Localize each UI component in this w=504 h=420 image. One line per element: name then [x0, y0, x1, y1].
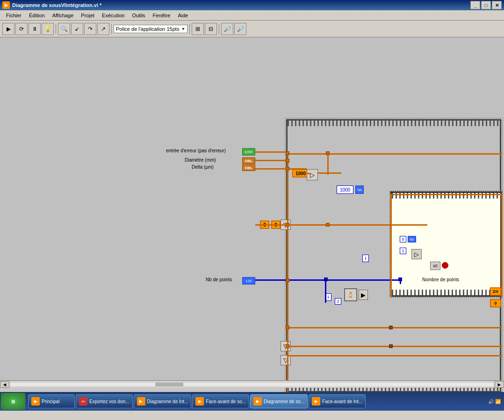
- svg-text:⊞: ⊞: [11, 399, 15, 404]
- menubar: Fichier Édition Affichage Projet Exécuti…: [0, 10, 504, 21]
- diameter-terminal[interactable]: DBL: [242, 157, 255, 164]
- conn-4: [286, 223, 289, 227]
- taskbar-icon-principal: ▶: [31, 397, 40, 406]
- wire-mid-orange: [287, 224, 427, 226]
- minimize-button[interactable]: _: [470, 1, 480, 9]
- conn-7: [286, 344, 289, 348]
- down-arrow-node-2[interactable]: ▽: [281, 355, 291, 365]
- app-icon: ▶: [2, 1, 10, 9]
- clock: 🔊 📶: [488, 399, 501, 404]
- val-i-main: i: [362, 255, 369, 262]
- taskbar-faceavant-int[interactable]: ▶ Face-avant de Int...: [309, 394, 366, 408]
- window-controls[interactable]: _ □ ✕: [470, 1, 502, 9]
- taskbar-icon-faceavant-so: ▶: [195, 397, 204, 406]
- system-tray: 🔊 📶: [488, 399, 503, 404]
- wire-nbpoints-v: [325, 279, 326, 303]
- error-in-terminal[interactable]: ERR: [242, 148, 255, 156]
- inner-frame-dots-bottom: [392, 290, 500, 295]
- start-button[interactable]: ⊞: [1, 393, 25, 410]
- step-into-button[interactable]: ↙: [71, 23, 83, 35]
- search-button[interactable]: 🔎: [234, 23, 246, 35]
- step-over-button[interactable]: ↷: [84, 23, 96, 35]
- taskbar-icon-faceavant-int: ▶: [312, 397, 320, 406]
- menu-fenetre[interactable]: Fenêtre: [149, 12, 174, 19]
- nb-points-terminal[interactable]: 132: [242, 277, 255, 285]
- run-button[interactable]: ▶: [2, 23, 14, 35]
- font-selector[interactable]: Police de l'application 15pts ▼: [114, 25, 187, 33]
- menu-aide[interactable]: Aide: [174, 12, 192, 19]
- wire-left-vert: [287, 153, 288, 401]
- separator-3: [189, 24, 190, 34]
- scroll-left-button[interactable]: ◄: [0, 381, 9, 388]
- taskbar-icon-diagramme-so: ▶: [253, 397, 262, 406]
- conn-6: [286, 326, 289, 329]
- wire-error: [255, 151, 289, 153]
- highlight-button[interactable]: 🔍: [58, 23, 70, 35]
- scrollbar-track[interactable]: [10, 383, 494, 386]
- stop-indicator: [442, 262, 448, 269]
- horizontal-scrollbar[interactable]: ◄ ►: [0, 380, 504, 388]
- s0-node[interactable]: s0: [430, 262, 440, 270]
- label-nombre-points: Nombre de points: [422, 277, 459, 282]
- taskbar-faceavant-so[interactable]: ▶ Face-avant de so...: [192, 394, 249, 408]
- scroll-right-button[interactable]: ►: [495, 381, 504, 388]
- riq-subvi[interactable]: RIQ: [344, 288, 357, 301]
- font-name: Police de l'application 15pts: [116, 26, 179, 32]
- label-delta: Delta (µm): [192, 164, 214, 170]
- conn-dark-2: [389, 344, 393, 348]
- menu-fichier[interactable]: Fichier: [2, 12, 25, 19]
- step-out-button[interactable]: ↗: [97, 23, 109, 35]
- forward-arrow-node[interactable]: ▷: [411, 249, 422, 259]
- taskbar-label-faceavant-so: Face-avant de so...: [206, 399, 246, 404]
- val-0-inner: 0: [400, 236, 406, 242]
- window-title: Diagramme de sousVIintégration.vi *: [12, 2, 470, 8]
- taskbar-label-faceavant-int: Face-avant de Int...: [322, 399, 362, 404]
- abort-button[interactable]: ⏸: [29, 23, 41, 35]
- wire-bottom-2: [287, 346, 502, 347]
- pause-button[interactable]: 💡: [42, 23, 54, 35]
- riq-output-node[interactable]: ▶: [359, 290, 368, 300]
- menu-execution[interactable]: Exécution: [98, 12, 128, 19]
- conn-blue-1: [324, 278, 328, 281]
- taskbar-diagramme-int[interactable]: ▶ Diagramme de Int...: [134, 394, 192, 408]
- scrollbar-thumb[interactable]: [155, 383, 183, 386]
- conn-3: [286, 167, 289, 171]
- wire-inner-left: [390, 194, 392, 297]
- conn-r2: [326, 223, 330, 227]
- menu-outils[interactable]: Outils: [128, 12, 149, 19]
- taskbar-icon-diagramme-int: ▶: [137, 397, 145, 406]
- taskbar-export[interactable]: ✂ Exportez vos don...: [76, 394, 133, 408]
- wire-bottom-1: [287, 327, 502, 328]
- conn-2: [286, 159, 289, 163]
- taskbar-label-export: Exportez vos don...: [89, 399, 130, 404]
- diagram-canvas[interactable]: entrée d'erreur (pas d'erreur) Diamètre …: [0, 37, 504, 388]
- run-continuously-button[interactable]: ⟳: [15, 23, 28, 35]
- maximize-button[interactable]: □: [481, 1, 491, 9]
- menu-affichage[interactable]: Affichage: [49, 12, 78, 19]
- val-0-2pi[interactable]: 0: [490, 299, 501, 307]
- val-1000-const[interactable]: 1000: [337, 185, 353, 194]
- close-button[interactable]: ✕: [492, 1, 502, 9]
- conn-blue-2: [398, 278, 402, 281]
- delta-terminal[interactable]: DBL: [242, 164, 255, 171]
- nb-indicator-inner: Nb: [408, 236, 416, 242]
- conn-dark-1: [389, 326, 393, 329]
- titlebar: ▶ Diagramme de sousVIintégration.vi * _ …: [0, 0, 504, 10]
- val-2: 2: [335, 298, 341, 305]
- taskbar-label-diagramme-int: Diagramme de Int...: [147, 399, 188, 404]
- taskbar-diagramme-so[interactable]: ▶ Diagramme de so...: [250, 394, 308, 408]
- wire-diameter: [255, 160, 289, 161]
- taskbar: ⊞ ▶ Principal ✂ Exportez vos don... ▶ Di…: [0, 392, 504, 411]
- multiply-node[interactable]: ▷: [307, 169, 318, 180]
- val-2pi[interactable]: 2π: [490, 287, 501, 296]
- val-1-inner: 1: [400, 248, 406, 254]
- taskbar-principal[interactable]: ▶ Principal: [28, 394, 75, 408]
- separator-1: [56, 24, 56, 34]
- zoom-button[interactable]: 🔎: [221, 23, 233, 35]
- menu-edition[interactable]: Édition: [25, 12, 49, 19]
- wire-1000-to-mult: [306, 173, 311, 174]
- align-button[interactable]: ⊞: [192, 23, 204, 35]
- menu-projet[interactable]: Projet: [77, 12, 98, 19]
- conn-r1: [326, 151, 330, 155]
- distribute-button[interactable]: ⊟: [205, 23, 217, 35]
